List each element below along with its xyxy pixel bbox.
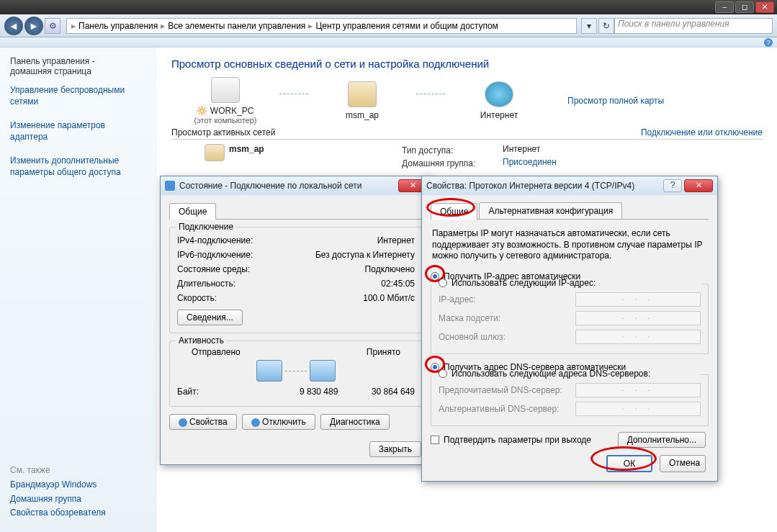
shield-icon: [179, 418, 187, 427]
tab-general[interactable]: Общие: [431, 203, 477, 220]
gateway-field: . . .: [575, 330, 701, 344]
network-icon: [165, 181, 175, 191]
see-also-header: См. также: [10, 465, 147, 475]
breadcrumb-item[interactable]: Все элементы панели управления: [166, 21, 307, 31]
map-node-internet[interactable]: Интернет: [445, 81, 553, 120]
dialog-title: Свойства: Протокол Интернета версии 4 (T…: [426, 181, 634, 191]
advanced-button[interactable]: Дополнительно...: [618, 432, 706, 448]
cancel-button[interactable]: Отмена: [660, 455, 706, 472]
dialog-help-button[interactable]: ?: [663, 179, 682, 192]
see-firewall[interactable]: Брандмауэр Windows: [10, 479, 147, 491]
radio-auto-ip[interactable]: Получить IP-адрес автоматически: [431, 269, 709, 284]
breadcrumb-item[interactable]: Центр управления сетями и общим доступом: [314, 21, 500, 31]
access-type-value: Интернет: [503, 144, 540, 157]
back-button[interactable]: ◄: [4, 17, 23, 35]
connection-line: [279, 94, 308, 94]
see-also: См. также Брандмауэр Windows Домашняя гр…: [10, 465, 147, 522]
globe-icon: [485, 81, 513, 107]
forward-button[interactable]: ►: [24, 17, 43, 35]
sidebar: Панель управления -домашняя страница Упр…: [0, 48, 157, 532]
search-input[interactable]: Поиск в панели управления: [614, 18, 773, 34]
connection-line: [416, 94, 445, 94]
connection-group: Подключение IPv4-подключение:Интернет IP…: [169, 227, 423, 333]
monitor-sent-icon: [256, 360, 282, 382]
map-node-pc[interactable]: 🔆 WORK_PC (этот компьютер): [171, 77, 279, 125]
chevron-right-icon: ▸: [307, 21, 314, 31]
sidebar-link-wireless[interactable]: Управление беспроводнымисетями: [10, 85, 147, 107]
group-legend: Активность: [176, 335, 227, 346]
ok-button[interactable]: ОК: [606, 455, 652, 472]
refresh-button[interactable]: ↻: [598, 18, 614, 34]
ipv4-dialog: Свойства: Протокол Интернета версии 4 (T…: [421, 176, 718, 482]
dns2-field: . . .: [575, 402, 701, 416]
network-map: 🔆 WORK_PC (этот компьютер) msm_ap Интерн…: [171, 77, 763, 125]
tab-row: Общие Альтернативная конфигурация: [431, 202, 709, 220]
radio-auto-dns[interactable]: Получить адрес DNS-сервера автоматически: [431, 360, 709, 374]
titlebar: – ◻ ✕: [0, 0, 777, 14]
see-homegroup[interactable]: Домашняя группа: [10, 494, 147, 505]
minimize-button[interactable]: –: [715, 1, 734, 13]
homegroup-value[interactable]: Присоединен: [503, 157, 557, 170]
shield-icon: [251, 418, 260, 427]
static-dns-group: Использовать следующие адреса DNS-сервер…: [431, 374, 709, 426]
maximize-button[interactable]: ◻: [735, 1, 754, 13]
activity-group: Активность Отправлено Принято Байт: 9 83…: [169, 341, 423, 407]
chevron-right-icon: ▸: [70, 21, 77, 31]
group-legend: Подключение: [176, 222, 236, 232]
monitor-recv-icon: [310, 360, 336, 382]
access-type-label: Тип доступа:: [402, 144, 503, 157]
breadcrumb-item[interactable]: Панель управления: [77, 21, 159, 31]
close-button[interactable]: Закрыть: [369, 441, 421, 457]
disable-button[interactable]: Отключить: [242, 414, 315, 430]
sent-label: Отправлено: [192, 347, 241, 357]
sidebar-link-adapter[interactable]: Изменение параметровадаптера: [10, 120, 147, 143]
active-nets-label: Просмотр активных сетей: [171, 127, 275, 137]
tab-row: Общие: [169, 202, 423, 220]
chevron-right-icon: ▸: [159, 21, 166, 31]
tab-alt-config[interactable]: Альтернативная конфигурация: [479, 202, 622, 219]
connect-disconnect-link[interactable]: Подключение или отключение: [641, 127, 763, 137]
diagnose-button[interactable]: Диагностика: [320, 414, 390, 430]
details-button[interactable]: Сведения...: [177, 310, 243, 325]
full-map-link[interactable]: Просмотр полной карты: [567, 96, 664, 106]
intro-text: Параметры IP могут назначаться автоматич…: [431, 227, 709, 269]
validate-checkbox[interactable]: Подтвердить параметры при выходе: [431, 435, 591, 445]
dialog-close-button[interactable]: ✕: [684, 179, 713, 192]
breadcrumb[interactable]: ▸ Панель управления ▸ Все элементы панел…: [66, 18, 577, 34]
help-icon[interactable]: ?: [764, 38, 773, 47]
mask-field: . . .: [575, 311, 701, 325]
dialog-titlebar[interactable]: Свойства: Протокол Интернета версии 4 (T…: [422, 176, 717, 195]
tab-general[interactable]: Общие: [169, 203, 216, 220]
dns1-field: . . .: [575, 383, 701, 397]
map-node-network[interactable]: msm_ap: [308, 81, 416, 120]
ip-field: . . .: [575, 292, 701, 307]
static-ip-group: Использовать следующий IP-адрес: IP-адре…: [431, 284, 709, 354]
properties-button[interactable]: Свойства: [169, 414, 237, 430]
house-icon: [348, 81, 377, 107]
close-button[interactable]: ✕: [755, 1, 774, 13]
control-panel-icon: ⚙: [45, 18, 60, 34]
network-name[interactable]: msm_ap: [229, 144, 264, 154]
sidebar-home[interactable]: Панель управления -домашняя страница: [10, 56, 147, 76]
computer-icon: [211, 77, 240, 103]
address-bar: ◄ ► ⚙ ▸ Панель управления ▸ Все элементы…: [0, 14, 777, 37]
breadcrumb-dropdown[interactable]: ▾: [581, 18, 597, 34]
house-icon: [205, 144, 225, 161]
dialog-title: Состояние - Подключение по локальной сет…: [179, 181, 362, 191]
recv-label: Принято: [367, 347, 400, 357]
homegroup-label: Домашняя группа:: [402, 157, 503, 170]
sidebar-link-sharing[interactable]: Изменить дополнительныепараметры общего …: [10, 155, 147, 178]
status-dialog: Состояние - Подключение по локальной сет…: [160, 176, 432, 465]
dialog-titlebar[interactable]: Состояние - Подключение по локальной сет…: [161, 176, 431, 195]
page-title: Просмотр основных сведений о сети и наст…: [171, 58, 763, 70]
command-bar: ?: [0, 37, 777, 48]
see-browser[interactable]: Свойства обозревателя: [10, 508, 147, 519]
